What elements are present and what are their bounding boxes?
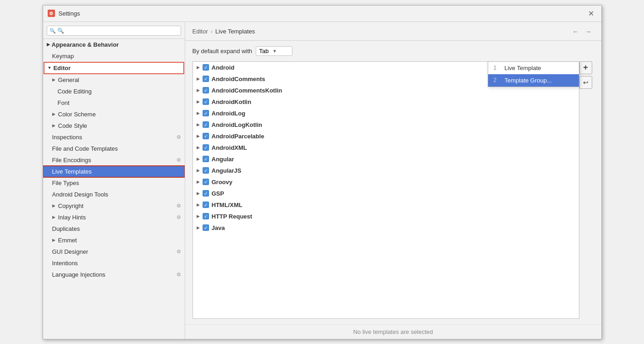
nav-back-button[interactable]: ←	[570, 27, 581, 37]
list-item-label-htmlxml: HTML/XML	[212, 202, 242, 208]
list-item-label-gsp: GSP	[212, 190, 224, 197]
sidebar-item-appearance[interactable]: ▶ Appearance & Behavior	[43, 39, 185, 50]
checkbox-androidkotlin[interactable]: ✓	[203, 98, 209, 105]
list-item[interactable]: ▶ ✓ AndroidParcelable	[193, 131, 579, 142]
settings-icon-copyright: ⚙	[176, 203, 181, 209]
list-item-arrow-androidparcelable: ▶	[197, 134, 200, 138]
undo-button[interactable]: ↩	[579, 76, 592, 89]
list-item[interactable]: ▶ ✓ HTTP Request	[193, 211, 579, 222]
list-item-arrow-htmlxml: ▶	[197, 202, 200, 207]
dropdown-item-label-live-template: Live Template	[505, 65, 541, 71]
list-item[interactable]: ▶ ✓ AngularJS	[193, 165, 579, 176]
editor-header: Editor › Live Templates ← →	[185, 22, 601, 41]
sidebar-label-file-encodings: File Encodings	[52, 157, 91, 164]
list-item[interactable]: ▶ ✓ GSP	[193, 188, 579, 199]
list-item-arrow-angular: ▶	[197, 157, 200, 161]
dropdown-item-template-group[interactable]: 2 Template Group...	[488, 74, 579, 87]
sidebar-item-color-scheme[interactable]: ▶ Color Scheme	[43, 109, 185, 120]
sidebar-item-gui-designer[interactable]: GUI Designer ⚙	[43, 246, 185, 257]
list-item[interactable]: ▶ ✓ Angular	[193, 153, 579, 165]
sidebar-item-keymap[interactable]: Keymap	[43, 50, 185, 62]
list-item[interactable]: ▶ ✓ AndroidKotlin	[193, 96, 579, 108]
list-item-arrow-gsp: ▶	[197, 191, 200, 196]
checkbox-android[interactable]: ✓	[203, 64, 209, 71]
list-item[interactable]: ▶ ✓ Java	[193, 222, 579, 234]
list-item-label-androidlog: AndroidLog	[212, 110, 246, 117]
add-button[interactable]: +	[579, 61, 592, 74]
checkbox-androidcommentskotlin[interactable]: ✓	[203, 87, 209, 93]
list-item-label-angular: Angular	[212, 156, 234, 163]
list-item[interactable]: ▶ ✓ HTML/XML	[193, 199, 579, 211]
list-item-label-android: Android	[212, 64, 235, 71]
checkbox-androidparcelable[interactable]: ✓	[203, 133, 209, 139]
nav-buttons: ← →	[570, 27, 594, 37]
list-item[interactable]: ▶ ✓ Groovy	[193, 176, 579, 188]
sidebar-item-general[interactable]: ▶ General	[43, 74, 185, 86]
bottom-section: No live templates are selected	[185, 324, 601, 339]
checkbox-http-request[interactable]: ✓	[203, 213, 209, 219]
list-item-label-androidparcelable: AndroidParcelable	[212, 133, 264, 140]
sidebar-item-language-injections[interactable]: Language Injections ⚙	[43, 269, 185, 280]
list-item-arrow-androidcommentskotlin: ▶	[197, 88, 200, 93]
list-item[interactable]: ▶ ✓ AndroidLogKotlin	[193, 119, 579, 131]
expand-arrow-appearance: ▶	[47, 42, 50, 47]
settings-icon-file-encodings: ⚙	[176, 157, 181, 163]
list-item-arrow-android: ▶	[197, 65, 200, 70]
list-item-label-androidcomments: AndroidComments	[212, 76, 265, 82]
nav-forward-button[interactable]: →	[583, 27, 594, 37]
checkbox-groovy[interactable]: ✓	[203, 179, 209, 185]
expand-arrow-editor: ▼	[48, 66, 52, 70]
title-bar: ⚙ Settings ✕	[43, 5, 601, 22]
list-item-arrow-androidkotlin: ▶	[197, 99, 200, 104]
checkbox-angular[interactable]: ✓	[203, 156, 209, 162]
sidebar-item-file-types[interactable]: File Types	[43, 177, 185, 189]
sidebar-item-emmet[interactable]: ▶ Emmet	[43, 235, 185, 246]
sidebar-item-intentions[interactable]: Intentions	[43, 257, 185, 269]
list-item[interactable]: ▶ ✓ AndroidLog	[193, 108, 579, 119]
sidebar-item-inspections[interactable]: Inspections ⚙	[43, 131, 185, 143]
expand-arrow-code-style: ▶	[52, 123, 55, 128]
expand-label: By default expand with	[193, 48, 253, 55]
expand-dropdown[interactable]: Tab ▼	[256, 46, 292, 56]
checkbox-angularjs[interactable]: ✓	[203, 167, 209, 174]
checkbox-gsp[interactable]: ✓	[203, 190, 209, 197]
sidebar-label-inspections: Inspections	[52, 134, 83, 141]
sidebar-item-editor[interactable]: ▼ Editor	[44, 62, 184, 74]
checkbox-androidxml[interactable]: ✓	[203, 144, 209, 151]
window-title: Settings	[59, 10, 585, 17]
sidebar-label-file-types: File Types	[52, 180, 79, 186]
sidebar-label-emmet: Emmet	[58, 237, 77, 244]
sidebar-label-color-scheme: Color Scheme	[58, 111, 96, 118]
search-box: 🔍	[43, 22, 185, 39]
sidebar-item-android-design-tools[interactable]: Android Design Tools	[43, 189, 185, 200]
sidebar-item-file-code-templates[interactable]: File and Code Templates	[43, 143, 185, 154]
checkbox-androidlogkotlin[interactable]: ✓	[203, 121, 209, 128]
sidebar-item-inlay-hints[interactable]: ▶ Inlay Hints ⚙	[43, 212, 185, 223]
search-input[interactable]	[47, 26, 181, 36]
sidebar-item-font[interactable]: Font	[43, 97, 185, 109]
dropdown-item-live-template[interactable]: 1 Live Template	[488, 62, 579, 74]
breadcrumb-separator: ›	[210, 28, 212, 35]
sidebar-item-copyright[interactable]: ▶ Copyright ⚙	[43, 200, 185, 212]
main-content: By default expand with Tab ▼ ▶ ✓ And	[185, 41, 601, 324]
expand-arrow-copyright: ▶	[52, 203, 55, 208]
checkbox-androidlog[interactable]: ✓	[203, 110, 209, 116]
sidebar-item-live-templates[interactable]: Live Templates	[43, 166, 185, 177]
editor-panel: Editor › Live Templates ← → By default e…	[185, 22, 601, 339]
list-item[interactable]: ▶ ✓ AndroidXML	[193, 142, 579, 153]
checkbox-htmlxml[interactable]: ✓	[203, 202, 209, 208]
checkbox-java[interactable]: ✓	[203, 224, 209, 231]
sidebar-item-code-editing[interactable]: Code Editing	[43, 86, 185, 97]
sidebar-label-android-design-tools: Android Design Tools	[52, 191, 109, 198]
expand-arrow-emmet: ▶	[52, 238, 55, 242]
dropdown-item-num-1: 1	[494, 65, 501, 71]
sidebar-label-editor: Editor	[53, 65, 71, 71]
sidebar-item-code-style[interactable]: ▶ Code Style	[43, 120, 185, 131]
checkbox-androidcomments[interactable]: ✓	[203, 76, 209, 82]
sidebar-item-duplicates[interactable]: Duplicates	[43, 223, 185, 235]
list-item-arrow-androidcomments: ▶	[197, 76, 200, 81]
sidebar-item-file-encodings[interactable]: File Encodings ⚙	[43, 154, 185, 166]
dropdown-item-label-template-group: Template Group...	[505, 77, 552, 84]
sidebar-label-live-templates: Live Templates	[52, 168, 92, 175]
close-button[interactable]: ✕	[585, 8, 597, 19]
